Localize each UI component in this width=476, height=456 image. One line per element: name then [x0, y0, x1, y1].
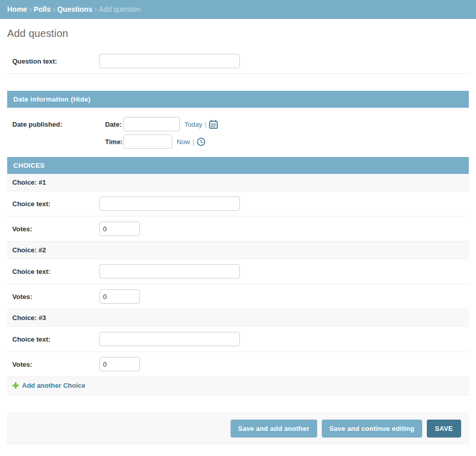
- time-label: Time:: [99, 138, 123, 146]
- choice-text-input-2[interactable]: [99, 264, 240, 279]
- breadcrumb-separator: ›: [94, 5, 97, 13]
- choice-text-label: Choice text:: [12, 196, 99, 208]
- date-information-header: Date information (Hide): [7, 91, 469, 108]
- shortcut-divider: |: [193, 138, 194, 146]
- votes-label: Votes:: [12, 289, 99, 301]
- save-and-add-another-button[interactable]: Save and add another: [231, 420, 317, 438]
- breadcrumb-link-polls[interactable]: Polls: [34, 5, 51, 13]
- question-text-label: Question text:: [12, 54, 99, 65]
- breadcrumb-separator: ›: [53, 5, 55, 13]
- question-text-input[interactable]: [99, 54, 240, 68]
- date-input[interactable]: [123, 117, 180, 131]
- calendar-icon[interactable]: [209, 120, 218, 129]
- choice-text-label: Choice text:: [12, 332, 99, 343]
- date-information-title: Date information: [13, 95, 69, 103]
- add-another-choice-label: Add another Choice: [22, 382, 86, 389]
- votes-row: Votes:: [7, 216, 469, 242]
- today-shortcut-link[interactable]: Today: [184, 121, 202, 128]
- breadcrumb-link-home[interactable]: Home: [7, 5, 27, 13]
- submit-row: Save and add another Save and continue e…: [7, 413, 469, 444]
- votes-row: Votes:: [7, 284, 469, 309]
- choice-text-row: Choice text:: [7, 259, 469, 284]
- add-row: Add another Choice: [7, 377, 469, 395]
- date-published-label: Date published:: [12, 117, 99, 128]
- save-button[interactable]: SAVE: [427, 420, 461, 438]
- now-shortcut-link[interactable]: Now: [177, 138, 190, 146]
- votes-input-1[interactable]: [99, 222, 140, 236]
- breadcrumb-separator: ›: [29, 5, 32, 13]
- choice-text-label: Choice text:: [12, 264, 99, 275]
- votes-input-2[interactable]: [99, 289, 140, 304]
- choice-text-input-1[interactable]: [99, 196, 240, 211]
- date-sub-row: Date: Today |: [99, 117, 218, 131]
- votes-input-3[interactable]: [99, 357, 140, 371]
- choice-fieldset-2: Choice: #2 Choice text: Votes:: [7, 242, 469, 309]
- plus-icon: [12, 382, 19, 389]
- clock-icon[interactable]: [197, 137, 205, 146]
- choice-fieldset-3: Choice: #3 Choice text: Votes:: [7, 309, 469, 377]
- votes-row: Votes:: [7, 352, 469, 377]
- breadcrumb: Home›Polls›Questions›Add question: [0, 0, 476, 19]
- save-and-continue-editing-button[interactable]: Save and continue editing: [322, 420, 422, 438]
- content-area: Add question Question text: Date informa…: [0, 28, 476, 444]
- choices-inline-group: CHOICES Choice: #1 Choice text: Votes: C…: [7, 157, 469, 395]
- shortcut-divider: |: [205, 121, 206, 128]
- time-sub-row: Time: Now |: [99, 134, 218, 149]
- page-title: Add question: [7, 28, 469, 39]
- votes-label: Votes:: [12, 357, 99, 368]
- votes-label: Votes:: [12, 222, 99, 233]
- time-input[interactable]: [123, 134, 172, 149]
- choices-header: CHOICES: [7, 157, 469, 174]
- choice-text-input-3[interactable]: [99, 332, 240, 346]
- choice-title: Choice: #2: [7, 242, 469, 259]
- date-published-row: Date published: Date: Today |: [7, 108, 469, 157]
- choice-title: Choice: #1: [7, 174, 469, 191]
- datetime-widget: Date: Today |: [99, 117, 218, 149]
- add-another-choice-link[interactable]: Add another Choice: [12, 382, 86, 389]
- choice-fieldset-1: Choice: #1 Choice text: Votes:: [7, 174, 469, 242]
- choice-text-row: Choice text:: [7, 191, 469, 216]
- question-text-fieldset: Question text:: [7, 49, 469, 74]
- choice-title: Choice: #3: [7, 309, 469, 327]
- date-label: Date:: [99, 121, 123, 128]
- breadcrumb-current: Add question: [99, 5, 141, 13]
- question-text-row: Question text:: [7, 49, 469, 74]
- collapse-toggle-link[interactable]: (Hide): [71, 95, 91, 103]
- date-information-fieldset: Date information (Hide) Date published: …: [7, 91, 469, 157]
- choice-text-row: Choice text:: [7, 327, 469, 352]
- breadcrumb-link-questions[interactable]: Questions: [57, 5, 92, 13]
